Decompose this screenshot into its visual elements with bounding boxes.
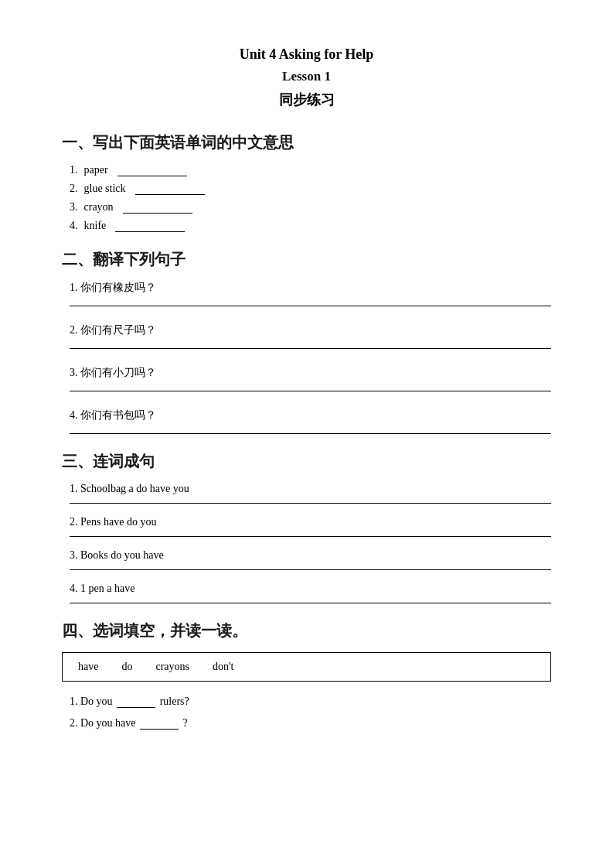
question-text: 4. 你们有书包吗？	[70, 408, 551, 422]
fill-blank	[117, 707, 155, 708]
section-4: 四、选词填空，并读一读。 have do crayons don't 1. Do…	[62, 620, 551, 730]
question-text: 1. Schoolbag a do have you	[70, 483, 551, 495]
list-item: 3. 你们有小刀吗？	[70, 366, 551, 391]
list-item: 1. 你们有橡皮吗？	[70, 281, 551, 306]
answer-line	[70, 348, 551, 349]
item-words: Pens have do you	[80, 516, 156, 528]
option-3: crayons	[155, 661, 189, 673]
option-1: have	[78, 661, 98, 673]
lesson-title: Lesson 1	[62, 69, 551, 84]
item-num: 2.	[70, 717, 80, 729]
answer-line	[70, 603, 551, 603]
list-item: 4. 你们有书包吗？	[70, 408, 551, 434]
question-text: 2. Pens have do you	[70, 516, 551, 528]
item-text: 你们有橡皮吗？	[80, 282, 156, 293]
chinese-title: 同步练习	[62, 91, 551, 109]
answer-line	[70, 433, 551, 434]
item-num: 1.	[70, 164, 78, 176]
item-word: paper	[84, 164, 108, 176]
item-num: 2.	[70, 516, 80, 528]
answer-line	[70, 306, 551, 306]
question-text: 3. 你们有小刀吗？	[70, 366, 551, 380]
word-options: have do crayons don't	[78, 661, 535, 673]
list-item: 1. paper	[70, 164, 551, 176]
item-suffix: rulers?	[160, 695, 189, 707]
item-num: 4.	[70, 409, 80, 421]
list-item: 3. Books do you have	[70, 549, 551, 570]
item-word: knife	[84, 220, 107, 232]
section-2: 二、翻译下列句子 1. 你们有橡皮吗？ 2. 你们有尺子吗？ 3. 你们有小刀吗…	[62, 249, 551, 434]
section-4-heading: 四、选词填空，并读一读。	[62, 620, 551, 641]
item-word: glue stick	[84, 183, 126, 195]
section-3-heading: 三、连词成句	[62, 451, 551, 472]
option-2: do	[121, 661, 132, 673]
item-num: 3.	[70, 549, 80, 561]
question-text: 2. 你们有尺子吗？	[70, 323, 551, 337]
answer-line	[70, 536, 551, 537]
list-item: 1. Do you rulers?	[70, 695, 551, 708]
answer-line	[70, 503, 551, 504]
question-text: 4. 1 pen a have	[70, 583, 551, 595]
section-1-heading: 一、写出下面英语单词的中文意思	[62, 132, 551, 153]
vocab-list: 1. paper 2. glue stick 3. crayon 4. knif…	[62, 164, 551, 232]
answer-line	[70, 569, 551, 570]
section-3: 三、连词成句 1. Schoolbag a do have you 2. Pen…	[62, 451, 551, 603]
answer-line	[70, 391, 551, 391]
list-item: 4. knife	[70, 220, 551, 232]
list-item: 1. Schoolbag a do have you	[70, 483, 551, 504]
item-num: 3.	[70, 201, 78, 214]
list-item: 4. 1 pen a have	[70, 583, 551, 603]
item-text: 你们有书包吗？	[80, 409, 156, 421]
fill-blank	[140, 729, 179, 730]
item-num: 4.	[70, 220, 78, 232]
question-text: 1. 你们有橡皮吗？	[70, 281, 551, 295]
item-num: 1.	[70, 695, 80, 707]
item-prefix: Do you have	[80, 717, 136, 729]
option-4: don't	[213, 661, 233, 673]
list-item: 2. Do you have ?	[70, 717, 551, 730]
list-item: 2. 你们有尺子吗？	[70, 323, 551, 349]
answer-blank	[135, 194, 205, 195]
item-prefix: Do you	[80, 695, 113, 707]
list-item: 3. crayon	[70, 201, 551, 214]
item-num: 1.	[70, 483, 80, 494]
page-header: Unit 4 Asking for Help Lesson 1 同步练习	[62, 46, 551, 109]
unit-title: Unit 4 Asking for Help	[62, 46, 551, 63]
item-suffix: ?	[183, 717, 188, 729]
item-words: Books do you have	[80, 549, 164, 561]
word-order-list: 1. Schoolbag a do have you 2. Pens have …	[62, 483, 551, 603]
answer-blank	[123, 213, 192, 214]
translation-list: 1. 你们有橡皮吗？ 2. 你们有尺子吗？ 3. 你们有小刀吗？ 4. 你们有书…	[62, 281, 551, 434]
word-bank: have do crayons don't	[62, 652, 551, 682]
list-item: 2. glue stick	[70, 183, 551, 195]
question-text: 3. Books do you have	[70, 549, 551, 562]
answer-blank	[117, 176, 187, 176]
item-words: Schoolbag a do have you	[80, 483, 189, 494]
item-text: 你们有尺子吗？	[80, 324, 156, 336]
item-num: 2.	[70, 183, 78, 195]
list-item: 2. Pens have do you	[70, 516, 551, 537]
answer-blank	[115, 231, 185, 232]
item-num: 2.	[70, 324, 80, 336]
item-num: 4.	[70, 583, 80, 594]
item-num: 1.	[70, 282, 80, 293]
item-words: 1 pen a have	[80, 583, 135, 594]
fill-list: 1. Do you rulers? 2. Do you have ?	[62, 695, 551, 730]
item-text: 你们有小刀吗？	[80, 367, 156, 378]
section-2-heading: 二、翻译下列句子	[62, 249, 551, 270]
section-1: 一、写出下面英语单词的中文意思 1. paper 2. glue stick 3…	[62, 132, 551, 232]
item-word: crayon	[84, 201, 114, 214]
item-num: 3.	[70, 367, 80, 378]
